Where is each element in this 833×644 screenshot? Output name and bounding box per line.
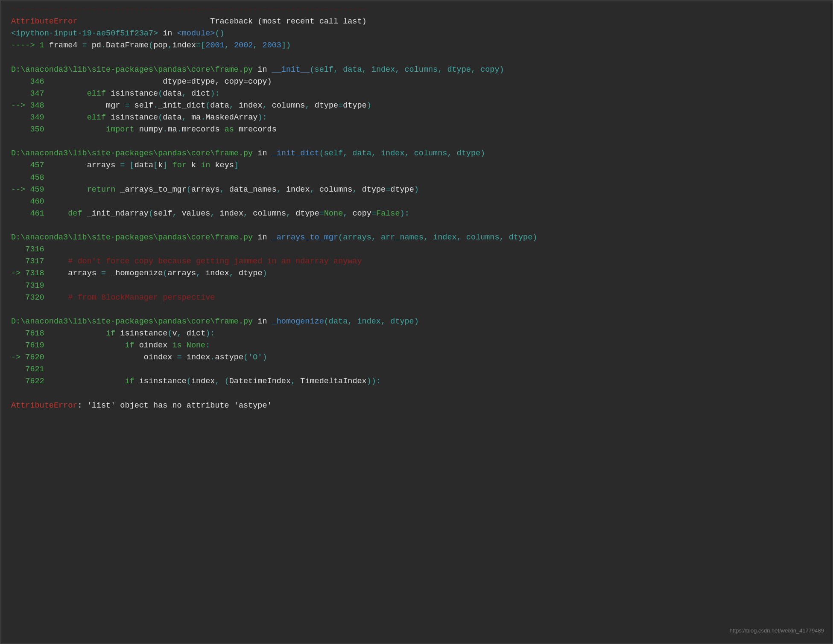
line-number: 7619	[11, 341, 44, 350]
source-file: D:\anaconda3\lib\site-packages\pandas\co…	[11, 233, 253, 242]
line-number: 347	[11, 89, 44, 98]
line-number: 461	[11, 209, 44, 218]
line-number: 460	[11, 197, 44, 206]
func-name: _homogenize	[272, 317, 324, 326]
func-name: _init_dict	[272, 149, 319, 158]
source-file: D:\anaconda3\lib\site-packages\pandas\co…	[11, 317, 253, 326]
line-number: 7621	[11, 365, 44, 374]
current-line-arrow: -> 7318	[11, 269, 44, 278]
source-file: D:\anaconda3\lib\site-packages\pandas\co…	[11, 149, 253, 158]
source-file: D:\anaconda3\lib\site-packages\pandas\co…	[11, 65, 253, 74]
traceback-label: Traceback (most recent call last)	[210, 17, 366, 26]
line-number: 7319	[11, 281, 44, 290]
current-line-arrow: --> 459	[11, 185, 44, 194]
line-number: 458	[11, 173, 44, 182]
line-number: 7320	[11, 293, 44, 302]
line-number: 350	[11, 125, 44, 134]
func-name: <module>	[177, 29, 215, 38]
line-number: 7618	[11, 329, 44, 338]
error-message: : 'list' object has no attribute 'astype…	[77, 401, 272, 410]
func-name: __init__	[272, 65, 310, 74]
error-name: AttributeError	[11, 17, 77, 26]
current-line-arrow: ----> 1	[11, 41, 49, 50]
watermark-text: https://blog.csdn.net/weixin_41779489	[730, 627, 824, 635]
line-number: 7316	[11, 245, 44, 254]
func-name: _arrays_to_mgr	[272, 233, 338, 242]
code-comment: # from BlockManager perspective	[44, 293, 215, 302]
line-number: 7317	[11, 257, 44, 266]
source-file: <ipython-input-19-ae50f51f23a7>	[11, 29, 158, 38]
traceback-output: ----------------------------------------…	[11, 4, 822, 412]
error-name-final: AttributeError	[11, 401, 77, 410]
code-comment: # don't force copy because getting jamme…	[44, 257, 362, 266]
line-number: 349	[11, 113, 44, 122]
line-number: 346	[11, 77, 44, 86]
current-line-arrow: -> 7620	[11, 353, 44, 362]
line-number: 457	[11, 161, 44, 170]
line-number: 7622	[11, 377, 44, 386]
current-line-arrow: --> 348	[11, 101, 44, 110]
separator-line: ----------------------------------------…	[11, 5, 367, 14]
